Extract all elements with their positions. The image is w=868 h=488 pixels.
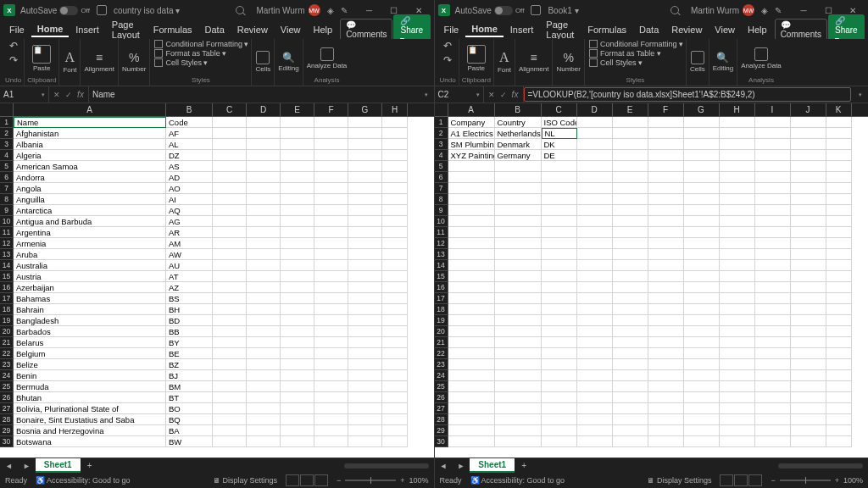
spreadsheet-grid[interactable]: ABCDEFGH1NameCode2AfghanistanAF3AlbaniaA… xyxy=(0,103,434,458)
cell[interactable] xyxy=(495,359,542,370)
cell[interactable] xyxy=(791,183,826,194)
cell[interactable] xyxy=(495,425,542,436)
autosave-toggle[interactable]: AutoSave Off xyxy=(455,6,525,15)
cell[interactable] xyxy=(448,194,495,205)
cell[interactable]: AT xyxy=(166,271,213,282)
cell[interactable] xyxy=(720,117,755,128)
cell[interactable] xyxy=(314,436,348,447)
cell[interactable] xyxy=(648,216,684,227)
cell[interactable] xyxy=(648,227,684,238)
cell[interactable] xyxy=(542,183,577,194)
analyze-data-button[interactable]: Analyze Data xyxy=(740,47,782,70)
user-account[interactable]: Martin Wurm MW xyxy=(691,4,754,16)
cell[interactable] xyxy=(281,172,314,183)
col-header-B[interactable]: B xyxy=(166,103,213,116)
cell[interactable] xyxy=(348,238,382,249)
cell[interactable] xyxy=(348,194,382,205)
cell[interactable] xyxy=(247,128,281,139)
cell[interactable] xyxy=(720,359,755,370)
zoom-control[interactable]: − + 100% xyxy=(771,476,863,485)
cell[interactable] xyxy=(577,161,613,172)
cell[interactable] xyxy=(648,348,684,359)
name-box[interactable]: C2▾ xyxy=(435,86,484,103)
cell[interactable] xyxy=(826,271,852,282)
cell[interactable] xyxy=(826,161,852,172)
cell[interactable] xyxy=(281,194,314,205)
cell[interactable] xyxy=(495,304,542,315)
cell[interactable] xyxy=(448,359,495,370)
cell[interactable]: Andorra xyxy=(14,172,166,183)
cell[interactable] xyxy=(247,315,281,326)
cell[interactable] xyxy=(613,139,648,150)
cell[interactable] xyxy=(613,128,648,139)
cell[interactable] xyxy=(495,436,542,447)
cell[interactable] xyxy=(684,260,720,271)
cell[interactable] xyxy=(382,150,408,161)
document-title[interactable]: country iso data ▾ xyxy=(114,6,180,15)
cell[interactable] xyxy=(213,381,247,392)
analyze-data-button[interactable]: Analyze Data xyxy=(306,47,348,70)
cell[interactable] xyxy=(720,128,755,139)
row-header[interactable]: 4 xyxy=(0,150,14,161)
cell[interactable] xyxy=(542,227,577,238)
cell[interactable]: Germany xyxy=(495,150,542,161)
cell[interactable]: Azerbaijan xyxy=(14,282,166,293)
cell[interactable] xyxy=(720,425,755,436)
cell[interactable]: BB xyxy=(166,326,213,337)
cell[interactable] xyxy=(791,304,826,315)
cell[interactable] xyxy=(613,194,648,205)
menu-help[interactable]: Help xyxy=(308,23,339,36)
cell[interactable] xyxy=(348,348,382,359)
cell[interactable] xyxy=(382,271,408,282)
row-header[interactable]: 17 xyxy=(435,293,448,304)
cell[interactable] xyxy=(213,370,247,381)
menu-data[interactable]: Data xyxy=(633,23,665,36)
cell[interactable]: Bhutan xyxy=(14,392,166,403)
cell[interactable]: Belarus xyxy=(14,337,166,348)
cell[interactable]: BA xyxy=(166,425,213,436)
cell[interactable] xyxy=(720,249,755,260)
cell[interactable] xyxy=(577,392,613,403)
cell[interactable] xyxy=(826,260,852,271)
cell[interactable] xyxy=(448,381,495,392)
row-header[interactable]: 15 xyxy=(435,271,448,282)
cell[interactable] xyxy=(684,216,720,227)
cell[interactable] xyxy=(648,337,684,348)
cell[interactable] xyxy=(720,326,755,337)
cell[interactable] xyxy=(281,403,314,414)
menu-page-layout[interactable]: Page Layout xyxy=(106,18,147,42)
cell[interactable] xyxy=(720,172,755,183)
document-title[interactable]: Book1 ▾ xyxy=(548,6,578,15)
row-header[interactable]: 19 xyxy=(0,315,14,326)
cell[interactable] xyxy=(755,348,791,359)
cell[interactable] xyxy=(314,139,348,150)
cell[interactable] xyxy=(577,172,613,183)
display-settings-button[interactable]: 🖥 Display Settings xyxy=(647,476,711,485)
expand-formula-icon[interactable]: ▾ xyxy=(419,92,434,98)
col-header-C[interactable]: C xyxy=(213,103,247,116)
cell[interactable] xyxy=(684,227,720,238)
cell[interactable]: AS xyxy=(166,161,213,172)
row-header[interactable]: 6 xyxy=(0,172,14,183)
cell[interactable] xyxy=(542,216,577,227)
cell[interactable] xyxy=(577,293,613,304)
col-header-A[interactable]: A xyxy=(448,103,495,116)
cell[interactable] xyxy=(247,117,281,128)
cell[interactable]: BY xyxy=(166,337,213,348)
cell[interactable]: Bangladesh xyxy=(14,315,166,326)
cell[interactable]: BT xyxy=(166,392,213,403)
cell[interactable] xyxy=(826,348,852,359)
cell[interactable] xyxy=(382,348,408,359)
cell[interactable] xyxy=(542,414,577,425)
enter-icon[interactable]: ✓ xyxy=(498,91,509,99)
cell[interactable] xyxy=(720,392,755,403)
cell[interactable] xyxy=(720,436,755,447)
cell[interactable] xyxy=(542,260,577,271)
cell[interactable]: Aruba xyxy=(14,249,166,260)
cell[interactable] xyxy=(684,359,720,370)
cell[interactable] xyxy=(247,249,281,260)
row-header[interactable]: 7 xyxy=(0,183,14,194)
cell[interactable] xyxy=(648,194,684,205)
col-header-B[interactable]: B xyxy=(495,103,542,116)
col-header-H[interactable]: H xyxy=(720,103,755,116)
